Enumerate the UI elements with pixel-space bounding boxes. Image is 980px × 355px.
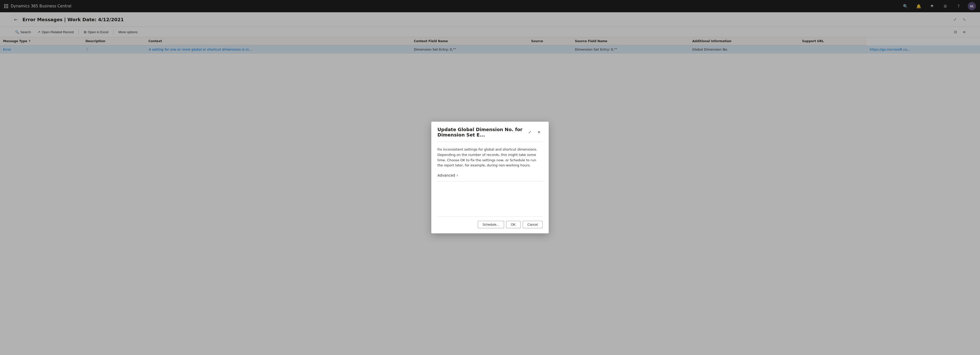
modal-footer-divider (438, 216, 542, 217)
schedule-button[interactable]: Schedule... (478, 221, 504, 228)
modal-advanced-divider (438, 181, 542, 182)
advanced-chevron-icon: › (457, 173, 458, 178)
modal-title: Update Global Dimension No. for Dimensio… (438, 127, 524, 138)
advanced-label: Advanced (438, 173, 455, 178)
expand-modal-icon[interactable]: ⤢ (526, 129, 533, 136)
modal-body: Fix inconsistent settings for global and… (431, 142, 549, 173)
modal-header-icons: ⤢ ✕ (526, 129, 542, 136)
modal-overlay: Update Global Dimension No. for Dimensio… (0, 0, 980, 355)
modal-header: Update Global Dimension No. for Dimensio… (431, 122, 549, 142)
modal-footer: Schedule... OK Cancel (431, 221, 549, 233)
modal-description: Fix inconsistent settings for global and… (438, 147, 538, 167)
advanced-toggle[interactable]: Advanced › (431, 173, 549, 181)
update-dimension-dialog: Update Global Dimension No. for Dimensio… (431, 122, 549, 233)
close-modal-icon[interactable]: ✕ (535, 129, 542, 136)
ok-button[interactable]: OK (506, 221, 520, 228)
modal-body-spacer (431, 186, 549, 216)
cancel-button[interactable]: Cancel (523, 221, 542, 228)
